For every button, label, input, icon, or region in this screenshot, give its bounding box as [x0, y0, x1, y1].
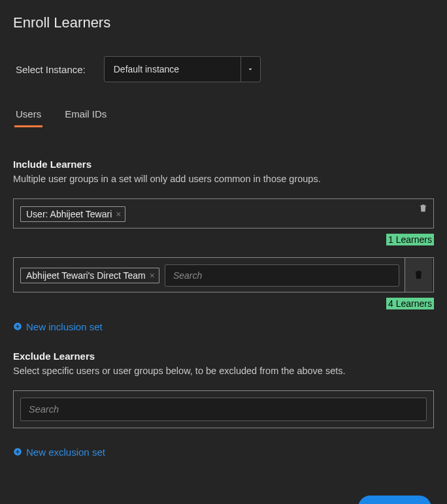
user-tag[interactable]: Abhijeet Tewari's Direct Team × — [20, 268, 159, 283]
trash-icon[interactable] — [418, 203, 428, 215]
page-title: Enroll Learners — [13, 14, 434, 31]
instance-select[interactable]: Default instance — [104, 56, 261, 82]
link-label: New inclusion set — [26, 321, 103, 332]
tag-label: Abhijeet Tewari's Direct Team — [26, 270, 146, 281]
learner-count-badge: 4 Learners — [386, 298, 434, 309]
tab-email-ids[interactable]: Email IDs — [65, 108, 107, 126]
close-icon[interactable]: × — [116, 210, 121, 219]
link-label: New exclusion set — [26, 447, 105, 458]
tabs: Users Email IDs — [16, 108, 434, 126]
learner-count-row: 4 Learners — [13, 298, 434, 309]
proceed-button[interactable]: Proceed — [358, 496, 431, 505]
exclude-set-box[interactable] — [13, 390, 434, 428]
tag-label: User: Abhijeet Tewari — [26, 209, 112, 219]
cancel-button[interactable]: Cancel — [301, 502, 332, 505]
exclude-section: Exclude Learners Select specific users o… — [13, 351, 434, 476]
include-section: Include Learners Multiple user groups in… — [13, 159, 434, 351]
exclude-desc: Select specific users or user groups bel… — [13, 364, 434, 379]
instance-row: Select Instance: Default instance — [16, 56, 434, 82]
chevron-down-icon[interactable] — [240, 57, 260, 82]
learner-count-badge: 1 Learners — [386, 234, 434, 245]
instance-selected-value: Default instance — [105, 57, 240, 82]
instance-label: Select Instance: — [16, 64, 86, 75]
close-icon[interactable]: × — [150, 271, 155, 280]
user-tag[interactable]: User: Abhijeet Tewari × — [20, 206, 125, 222]
new-inclusion-set-link[interactable]: New inclusion set — [13, 321, 103, 332]
new-exclusion-set-link[interactable]: New exclusion set — [13, 447, 105, 458]
include-set-box[interactable]: User: Abhijeet Tewari × — [13, 198, 434, 228]
include-title: Include Learners — [13, 159, 434, 170]
include-search-input[interactable] — [165, 264, 399, 287]
learner-count-row: 1 Learners — [13, 234, 434, 245]
include-set: User: Abhijeet Tewari × — [13, 198, 434, 228]
trash-icon[interactable] — [405, 258, 432, 292]
plus-circle-icon — [13, 447, 22, 456]
exclude-search-input[interactable] — [20, 398, 427, 421]
include-set: Abhijeet Tewari's Direct Team × — [13, 257, 434, 292]
tab-users[interactable]: Users — [16, 108, 41, 126]
include-set-box[interactable]: Abhijeet Tewari's Direct Team × — [13, 257, 434, 292]
plus-circle-icon — [13, 322, 22, 331]
footer: Cancel Proceed — [13, 496, 434, 505]
exclude-title: Exclude Learners — [13, 351, 434, 362]
include-desc: Multiple user groups in a set will only … — [13, 172, 434, 187]
